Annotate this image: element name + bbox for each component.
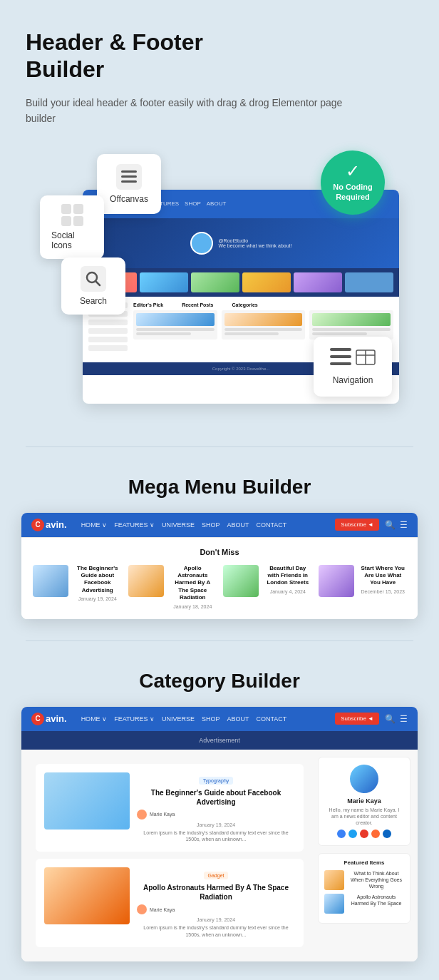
mm-nav-features[interactable]: FEATURES ∨ bbox=[114, 521, 155, 529]
checkmark-icon: ✓ bbox=[346, 163, 360, 180]
social-icon-4 bbox=[73, 216, 83, 226]
mm-nav: HOME ∨ FEATURES ∨ UNIVERSE SHOP ABOUT CO… bbox=[81, 521, 287, 529]
social-facebook[interactable] bbox=[337, 830, 346, 838]
cat-nav-universe[interactable]: UNIVERSE bbox=[162, 715, 195, 723]
cat-nav: HOME ∨ FEATURES ∨ UNIVERSE SHOP ABOUT CO… bbox=[81, 715, 287, 723]
divider-1 bbox=[26, 446, 413, 447]
cat-author-big-avatar bbox=[350, 765, 378, 793]
mm-card-title-4: Start Where You Are Use What You Have bbox=[360, 565, 407, 587]
social-icon-3 bbox=[61, 216, 71, 226]
cat-featured-text-2: Apollo Astronauts Harmed By The Space bbox=[348, 894, 404, 914]
svg-rect-1 bbox=[121, 175, 137, 178]
mm-header-icons: 🔍 ☰ bbox=[385, 520, 408, 530]
cat-author-name-1: Marie Kaya bbox=[150, 812, 175, 817]
mm-card-info-1: The Beginner's Guide about Facebook Adve… bbox=[74, 565, 121, 609]
mm-card-date-1: January 19, 2024 bbox=[74, 596, 121, 601]
cat-post-img-1 bbox=[44, 772, 130, 830]
cat-social-row bbox=[326, 830, 403, 838]
mm-card-3: Beautiful Day with Friends in London Str… bbox=[223, 565, 311, 609]
social-icons-grid bbox=[61, 204, 83, 226]
cat-post-author-1: Marie Kaya bbox=[137, 810, 295, 820]
section1-description: Build your ideal header & footer easily … bbox=[26, 95, 368, 127]
cat-featured-img-1 bbox=[324, 870, 344, 890]
search-label: Search bbox=[80, 296, 107, 306]
cat-nav-shop[interactable]: SHOP bbox=[202, 715, 220, 723]
category-section: Category Builder C avin. HOME ∨ FEATURES… bbox=[0, 648, 439, 976]
cat-featured-item-2: Apollo Astronauts Harmed By The Space bbox=[324, 894, 404, 914]
mm-logo-letter: C bbox=[31, 519, 44, 531]
navigation-widget[interactable]: Navigation bbox=[314, 337, 392, 397]
header-footer-section: Header & Footer Builder Build your ideal… bbox=[0, 0, 439, 439]
cat-ad-bar: Advertisement bbox=[21, 731, 418, 750]
mm-nav-universe[interactable]: UNIVERSE bbox=[162, 521, 195, 529]
mm-header: C avin. HOME ∨ FEATURES ∨ UNIVERSE SHOP … bbox=[21, 513, 418, 537]
section2-title: Mega Menu Builder bbox=[26, 476, 413, 499]
gallery-item-2 bbox=[140, 272, 188, 292]
mm-nav-about[interactable]: ABOUT bbox=[227, 521, 249, 529]
mm-nav-home[interactable]: HOME ∨ bbox=[81, 521, 108, 529]
cat-featured-item-1: What to Think About When Everything Goes… bbox=[324, 870, 404, 890]
social-twitter[interactable] bbox=[348, 830, 357, 838]
search-icon bbox=[81, 266, 106, 292]
cat-post-date-1: January 19, 2024 bbox=[137, 822, 295, 827]
cat-nav-about[interactable]: ABOUT bbox=[227, 715, 249, 723]
social-icons-label: Social Icons bbox=[51, 230, 93, 250]
mm-card-info-4: Start Where You Are Use What You Have De… bbox=[360, 565, 407, 609]
mm-subscribe-button[interactable]: Subscribe ◄ bbox=[335, 519, 379, 531]
cat-author-avatar-2 bbox=[137, 904, 147, 914]
gallery-item-4 bbox=[242, 272, 291, 292]
hero-avatar bbox=[190, 232, 213, 255]
cat-post-date-2: January 19, 2024 bbox=[137, 917, 295, 922]
mega-menu-mockup: C avin. HOME ∨ FEATURES ∨ UNIVERSE SHOP … bbox=[21, 513, 418, 619]
cat-nav-features[interactable]: FEATURES ∨ bbox=[114, 715, 155, 723]
mm-logo: C avin. bbox=[31, 519, 67, 531]
cat-post-img-2 bbox=[44, 867, 130, 924]
mm-card-image-3 bbox=[223, 565, 259, 597]
mm-card-2: Apollo Astronauts Harmed By A The Space … bbox=[128, 565, 217, 609]
cat-header: C avin. HOME ∨ FEATURES ∨ UNIVERSE SHOP … bbox=[21, 707, 418, 731]
badge-text: No Coding Required bbox=[333, 183, 373, 201]
social-icons-widget[interactable]: Social Icons bbox=[40, 195, 104, 259]
cat-author-big-name: Marie Kaya bbox=[326, 797, 403, 805]
search-widget[interactable]: Search bbox=[61, 257, 125, 315]
social-youtube[interactable] bbox=[360, 830, 368, 838]
cat-menu-icon[interactable]: ☰ bbox=[400, 714, 408, 724]
mega-menu-section: Mega Menu Builder C avin. HOME ∨ FEATURE… bbox=[0, 454, 439, 633]
cat-featured-img-2 bbox=[324, 894, 344, 914]
svg-rect-0 bbox=[121, 170, 137, 173]
cat-logo-letter: C bbox=[31, 713, 44, 725]
divider-2 bbox=[26, 640, 413, 641]
mm-card-title-2: Apollo Astronauts Harmed By A The Space … bbox=[170, 565, 217, 602]
mm-cards: The Beginner's Guide about Facebook Adve… bbox=[33, 565, 406, 609]
cat-nav-contact[interactable]: CONTACT bbox=[257, 715, 287, 723]
social-instagram[interactable] bbox=[371, 830, 380, 838]
mm-nav-contact[interactable]: CONTACT bbox=[257, 521, 287, 529]
post-card-3 bbox=[309, 310, 393, 340]
social-linkedin[interactable] bbox=[383, 830, 391, 838]
mm-card-date-2: January 18, 2024 bbox=[170, 604, 217, 609]
cat-post-info-2: Gadget Apollo Astronauts Harmed By A The… bbox=[137, 867, 295, 939]
mm-card-4: Start Where You Are Use What You Have De… bbox=[319, 565, 407, 609]
search-icon[interactable]: 🔍 bbox=[385, 520, 396, 530]
gallery-item-3 bbox=[191, 272, 239, 292]
svg-rect-7 bbox=[330, 362, 351, 365]
cat-author-name-2: Marie Kaya bbox=[150, 907, 175, 912]
mm-card-title-3: Beautiful Day with Friends in London Str… bbox=[264, 565, 311, 587]
mockup-posts bbox=[133, 310, 393, 340]
cat-post-info-1: Typography The Beginner's Guide about Fa… bbox=[137, 772, 295, 844]
mm-card-info-3: Beautiful Day with Friends in London Str… bbox=[264, 565, 311, 609]
offcanvas-label: Offcanvas bbox=[110, 194, 148, 204]
cat-subscribe-button[interactable]: Subscribe ◄ bbox=[335, 713, 379, 725]
mockup-hero: @RootStudioWe become what we think about… bbox=[83, 218, 399, 268]
cat-logo: C avin. bbox=[31, 713, 67, 725]
cat-post-title-1: The Beginner's Guide about Facebook Adve… bbox=[137, 788, 295, 807]
cat-nav-home[interactable]: HOME ∨ bbox=[81, 715, 108, 723]
social-icon-2 bbox=[73, 204, 83, 214]
cat-featured-items: Featured Items What to Think About When … bbox=[318, 853, 410, 924]
cat-featured-text-1: What to Think About When Everything Goes… bbox=[348, 870, 404, 890]
cat-ad-text: Advertisement bbox=[27, 737, 412, 744]
menu-icon[interactable]: ☰ bbox=[400, 520, 408, 530]
offcanvas-widget[interactable]: Offcanvas bbox=[97, 154, 161, 214]
mm-nav-shop[interactable]: SHOP bbox=[202, 521, 220, 529]
cat-search-icon[interactable]: 🔍 bbox=[385, 714, 396, 724]
